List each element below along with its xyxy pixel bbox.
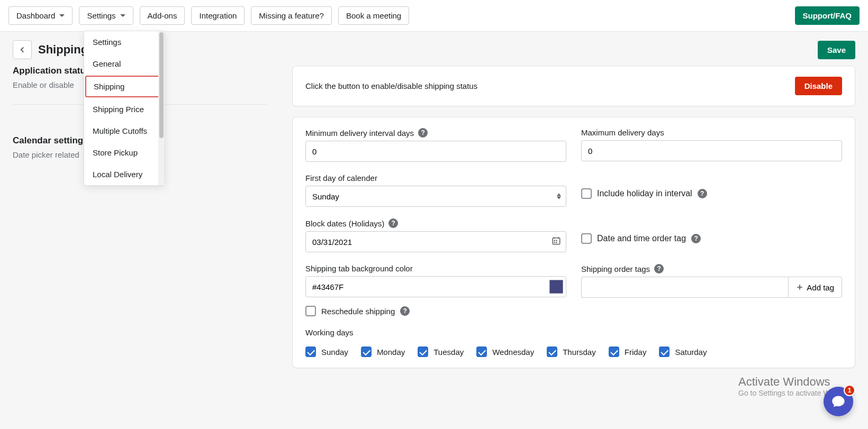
min-interval-label: Minimum delivery interval days ? [305,128,566,138]
help-icon[interactable]: ? [388,218,398,228]
datetime-tag-group: Date and time order tag ? [581,218,842,252]
reschedule-label: Reschedule shipping [321,307,395,316]
dropdown-item-store-pickup[interactable]: Store Pickup [84,142,165,163]
status-text: Click the button to enable/disable shipp… [305,81,477,90]
svg-rect-3 [554,242,555,243]
day-label: Thursday [563,348,596,357]
chat-badge: 1 [844,385,855,396]
dropdown-scroll-thumb[interactable] [159,32,164,138]
help-icon[interactable]: ? [400,306,410,316]
day-checkbox-saturday[interactable] [659,346,670,357]
block-dates-label-text: Block dates (Holidays) [305,219,384,228]
dropdown-item-local-delivery[interactable]: Local Delivery [84,163,165,185]
day-friday: Friday [609,346,647,357]
day-label: Saturday [675,348,707,357]
max-days-input[interactable] [581,140,842,161]
add-tag-label: Add tag [807,283,834,292]
block-dates-group: Block dates (Holidays) ? [305,218,566,252]
block-dates-input[interactable] [305,231,566,252]
add-tag-button[interactable]: Add tag [788,277,842,298]
min-interval-label-text: Minimum delivery interval days [305,129,414,138]
datetime-tag-checkbox[interactable] [581,233,592,244]
order-tags-input[interactable] [581,277,788,298]
include-holiday-group: Include holiday in interval ? [581,174,842,207]
back-button[interactable] [13,40,32,59]
min-interval-group: Minimum delivery interval days ? [305,128,566,162]
save-button[interactable]: Save [818,41,855,59]
dropdown-scrollbar[interactable] [158,31,165,185]
missing-feature-label: Missing a feature? [259,11,324,20]
day-checkbox-thursday[interactable] [547,346,557,357]
dropdown-item-shipping[interactable]: Shipping [85,76,164,97]
calendar-icon[interactable] [551,236,561,248]
max-days-label: Maximum delivery days [581,128,842,137]
help-icon[interactable]: ? [691,234,701,243]
addons-label: Add-ons [148,11,177,20]
svg-rect-4 [556,242,557,243]
working-days-group: Working days Sunday Monday Tuesday [305,328,842,357]
bgcolor-group: Shipping tab background color Reschedule… [305,264,566,316]
top-nav: Dashboard Settings Add-ons Integration M… [0,0,868,32]
day-monday: Monday [361,346,405,357]
help-icon[interactable]: ? [698,189,707,198]
book-meeting-button[interactable]: Book a meeting [338,6,409,25]
dashboard-button[interactable]: Dashboard [8,6,73,25]
integration-label: Integration [199,11,237,20]
dropdown-item-shipping-price[interactable]: Shipping Price [84,98,165,120]
first-day-group: First day of calender [305,174,566,207]
addons-button[interactable]: Add-ons [140,6,185,25]
day-saturday: Saturday [659,346,707,357]
help-icon[interactable]: ? [654,264,664,273]
day-checkbox-sunday[interactable] [305,346,316,357]
first-day-select[interactable] [305,186,566,207]
missing-feature-button[interactable]: Missing a feature? [251,6,332,25]
settings-button[interactable]: Settings [79,6,133,25]
settings-label: Settings [87,11,115,20]
settings-dropdown: Settings General Shipping Shipping Price… [84,31,165,186]
min-interval-input[interactable] [305,141,566,162]
day-thursday: Thursday [547,346,596,357]
svg-rect-1 [554,240,555,241]
day-checkbox-tuesday[interactable] [418,346,428,357]
day-label: Friday [625,348,647,357]
dropdown-item-multiple-cutoffs[interactable]: Multiple Cutoffs [84,120,165,142]
color-swatch[interactable] [549,280,563,294]
page-title: Shipping [38,43,88,57]
calendar-settings-card: Minimum delivery interval days ? Maximum… [292,117,855,368]
day-checkbox-monday[interactable] [361,346,372,357]
include-holiday-checkbox[interactable] [581,188,592,199]
disable-button[interactable]: Disable [795,77,842,95]
plus-icon [796,284,803,291]
max-days-group: Maximum delivery days [581,128,842,162]
day-sunday: Sunday [305,346,348,357]
order-tags-label: Shipping order tags ? [581,264,842,273]
dropdown-item-general[interactable]: General [84,53,165,75]
book-meeting-label: Book a meeting [346,11,401,20]
support-button[interactable]: Support/FAQ [795,6,860,25]
datetime-tag-label: Date and time order tag [597,234,686,243]
first-day-label: First day of calender [305,174,566,182]
bgcolor-input[interactable] [305,276,566,297]
help-icon[interactable]: ? [418,128,428,138]
dropdown-item-settings[interactable]: Settings [84,31,165,53]
status-card: Click the button to enable/disable shipp… [292,66,855,106]
day-label: Sunday [321,348,348,357]
include-holiday-label: Include holiday in interval [597,189,692,198]
integration-button[interactable]: Integration [191,6,245,25]
dashboard-label: Dashboard [16,11,55,20]
arrow-left-icon [17,45,27,54]
day-label: Monday [377,348,405,357]
day-label: Wednesday [492,348,534,357]
day-wednesday: Wednesday [476,346,534,357]
working-days-label: Working days [305,328,842,337]
reschedule-checkbox[interactable] [305,306,316,316]
day-checkbox-friday[interactable] [609,346,619,357]
day-checkbox-wednesday[interactable] [476,346,487,357]
chat-button[interactable]: 1 [824,387,853,416]
svg-rect-2 [556,240,557,241]
chevron-down-icon [120,14,125,17]
block-dates-label: Block dates (Holidays) ? [305,218,566,228]
order-tags-label-text: Shipping order tags [581,264,650,273]
order-tags-group: Shipping order tags ? Add tag [581,264,842,316]
chevron-down-icon [59,14,65,17]
